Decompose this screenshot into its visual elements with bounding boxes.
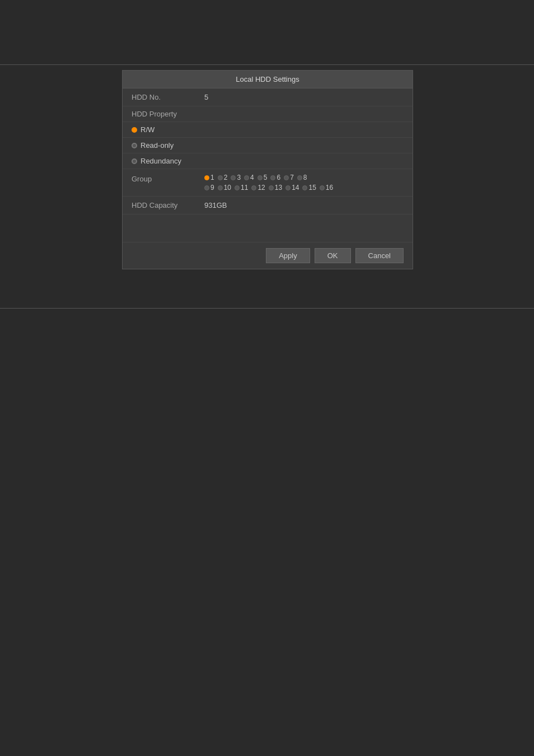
group-dot-14[interactable] <box>285 185 291 190</box>
page-container: Local HDD Settings HDD No. 5 HDD Propert… <box>0 34 534 756</box>
group-item-4[interactable]: 4 <box>244 174 254 181</box>
group-num-14: 14 <box>292 184 299 192</box>
group-line-2: 9 10 11 12 <box>204 184 333 192</box>
group-dot-11[interactable] <box>235 185 240 190</box>
readonly-radio-row[interactable]: Read-only <box>123 138 413 153</box>
rw-label: R/W <box>140 125 154 134</box>
group-num-2: 2 <box>224 174 228 181</box>
bottom-divider <box>0 308 534 309</box>
dialog-title: Local HDD Settings <box>123 71 413 88</box>
group-item-12[interactable]: 12 <box>251 184 265 192</box>
group-item-15[interactable]: 15 <box>302 184 316 192</box>
hdd-capacity-row: HDD Capacity 931GB <box>123 197 413 214</box>
group-item-14[interactable]: 14 <box>285 184 299 192</box>
group-item-9[interactable]: 9 <box>204 184 214 192</box>
group-item-5[interactable]: 5 <box>257 174 268 181</box>
group-num-11: 11 <box>241 184 248 192</box>
readonly-radio-dot[interactable] <box>132 143 137 148</box>
group-num-16: 16 <box>326 184 333 192</box>
local-hdd-settings-dialog: Local HDD Settings HDD No. 5 HDD Propert… <box>122 70 413 269</box>
group-dot-8[interactable] <box>297 175 302 180</box>
group-num-4: 4 <box>250 174 254 181</box>
group-num-10: 10 <box>224 184 231 192</box>
group-num-15: 15 <box>308 184 316 192</box>
group-dot-9[interactable] <box>204 185 209 190</box>
group-dot-15[interactable] <box>302 185 307 190</box>
group-item-16[interactable]: 16 <box>320 184 333 192</box>
group-label: Group <box>132 174 204 183</box>
group-dot-6[interactable] <box>270 175 275 180</box>
group-dot-2[interactable] <box>218 175 223 180</box>
group-num-7: 7 <box>290 174 294 181</box>
group-item-10[interactable]: 10 <box>218 184 231 192</box>
group-dot-16[interactable] <box>320 185 325 190</box>
hdd-property-header: HDD Property <box>123 106 413 122</box>
group-dot-1[interactable] <box>204 175 209 180</box>
redundancy-radio-dot[interactable] <box>132 158 137 164</box>
redundancy-label: Redundancy <box>140 157 181 165</box>
top-divider <box>0 64 534 65</box>
group-dot-12[interactable] <box>251 185 256 190</box>
hdd-capacity-label: HDD Capacity <box>132 201 204 209</box>
group-num-9: 9 <box>210 184 214 192</box>
group-dot-13[interactable] <box>269 185 274 190</box>
group-dot-3[interactable] <box>231 175 236 180</box>
hdd-no-value: 5 <box>204 93 208 101</box>
group-item-11[interactable]: 11 <box>235 184 248 192</box>
group-dot-10[interactable] <box>218 185 223 190</box>
group-item-8[interactable]: 8 <box>297 174 307 181</box>
rw-radio-dot[interactable] <box>132 127 137 133</box>
group-row: Group 1 2 3 <box>123 169 413 197</box>
ok-button[interactable]: OK <box>315 248 351 263</box>
group-num-13: 13 <box>275 184 282 192</box>
group-num-1: 1 <box>210 174 214 181</box>
group-item-2[interactable]: 2 <box>218 174 228 181</box>
group-dot-5[interactable] <box>257 175 263 180</box>
cancel-button[interactable]: Cancel <box>355 248 404 263</box>
group-item-3[interactable]: 3 <box>231 174 241 181</box>
group-line-1: 1 2 3 4 <box>204 174 333 181</box>
group-item-7[interactable]: 7 <box>284 174 294 181</box>
button-row: Apply OK Cancel <box>123 242 413 269</box>
spacer-row <box>123 214 413 242</box>
readonly-label: Read-only <box>140 141 174 150</box>
apply-button[interactable]: Apply <box>266 248 310 263</box>
group-dot-7[interactable] <box>284 175 289 180</box>
hdd-no-row: HDD No. 5 <box>123 88 413 106</box>
group-num-12: 12 <box>257 184 265 192</box>
group-numbers: 1 2 3 4 <box>204 174 333 192</box>
hdd-capacity-value: 931GB <box>204 201 227 209</box>
group-item-13[interactable]: 13 <box>269 184 282 192</box>
redundancy-radio-row[interactable]: Redundancy <box>123 153 413 169</box>
group-num-8: 8 <box>303 174 307 181</box>
dialog-body: HDD No. 5 HDD Property R/W Read-only Red… <box>123 88 413 269</box>
group-item-6[interactable]: 6 <box>270 174 280 181</box>
group-num-3: 3 <box>237 174 241 181</box>
group-item-1[interactable]: 1 <box>204 174 214 181</box>
rw-radio-row[interactable]: R/W <box>123 122 413 138</box>
group-dot-4[interactable] <box>244 175 249 180</box>
group-num-5: 5 <box>264 174 268 181</box>
hdd-no-label: HDD No. <box>132 93 204 101</box>
group-num-6: 6 <box>277 174 280 181</box>
